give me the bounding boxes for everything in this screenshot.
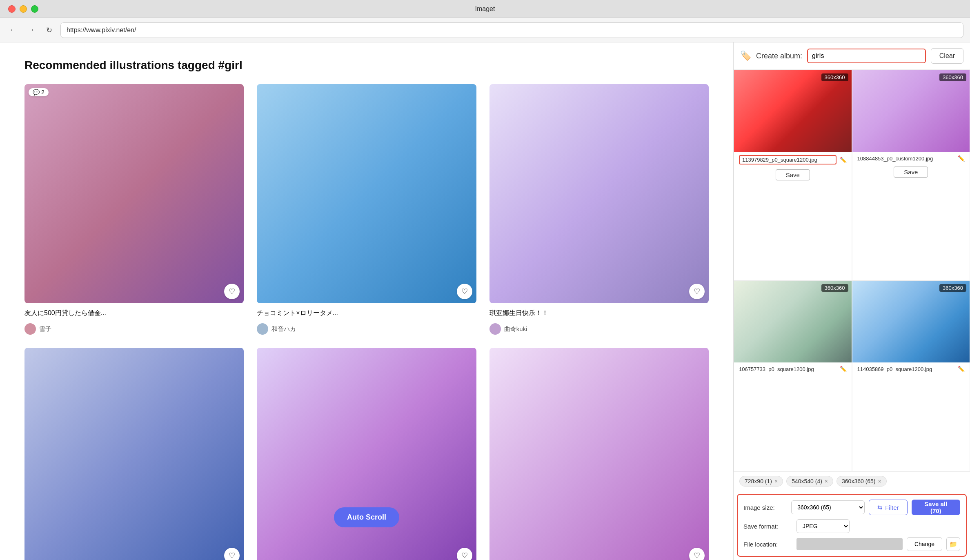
filename: 108844853_p0_custom1200.jpg [857, 156, 955, 162]
filter-tag-540: 540x540 (4) × [786, 476, 833, 487]
forward-button[interactable]: → [24, 24, 38, 37]
window-title: Imaget [475, 5, 495, 13]
gallery-thumb[interactable]: 💬 2 ♡ [24, 84, 244, 303]
image-size-select[interactable]: 360x360 (65) 728x90 (1) 540x540 (4) [791, 500, 865, 514]
image-info: 108844853_p0_custom1200.jpg ✏️ [852, 152, 970, 165]
size-badge: 360x360 [939, 284, 966, 292]
edit-icon[interactable]: ✏️ [958, 155, 965, 162]
save-button[interactable]: Save [894, 167, 928, 178]
gallery-thumb[interactable]: ♡ [24, 348, 244, 560]
save-format-row: Save format: JPEG PNG WEBP [743, 519, 960, 533]
filter-tag-728: 728x90 (1) × [739, 476, 783, 487]
file-location-row: File location: Change 📁 [743, 537, 960, 551]
filter-tag-label: 540x540 (4) [792, 478, 822, 484]
tag-icon: 🏷️ [740, 51, 751, 61]
image-card: 360x360 113979829_p0_square1200.jpg ✏️ S… [734, 70, 852, 280]
filter-tag-remove[interactable]: × [825, 478, 828, 484]
gallery-thumb[interactable]: ♡ [489, 84, 709, 303]
heart-button[interactable]: ♡ [457, 284, 472, 299]
filter-button-label: Filter [885, 504, 899, 511]
location-bar [796, 538, 903, 550]
change-button[interactable]: Change [907, 537, 942, 551]
item-author: 曲奇kuki [489, 323, 709, 335]
traffic-lights [8, 5, 38, 13]
size-badge: 360x360 [821, 73, 848, 81]
gallery-item: ♡ . GIN [257, 348, 476, 560]
heart-button[interactable]: ♡ [224, 548, 240, 560]
heart-button[interactable]: ♡ [689, 548, 705, 560]
panel-header: 🏷️ Create album: Clear [734, 42, 970, 70]
gallery-item: ♡ 琪亚娜生日快乐！！ 曲奇kuki [489, 84, 709, 335]
filter-button[interactable]: ⇆ Filter [869, 500, 907, 515]
save-all-button[interactable]: Save all (70) [912, 500, 960, 515]
save-format-select[interactable]: JPEG PNG WEBP [796, 519, 850, 533]
back-button[interactable]: ← [7, 24, 20, 37]
image-thumbnail[interactable]: 360x360 [852, 281, 970, 362]
edit-icon[interactable]: ✏️ [840, 157, 847, 163]
maximize-traffic-light[interactable] [31, 5, 38, 13]
minimize-traffic-light[interactable] [20, 5, 27, 13]
image-thumbnail[interactable]: 360x360 [852, 70, 970, 152]
comment-icon: 💬 [33, 89, 40, 96]
album-name-input[interactable] [807, 49, 926, 63]
folder-icon: 📁 [949, 540, 957, 548]
image-info: 113979829_p0_square1200.jpg ✏️ [734, 152, 852, 168]
comment-badge: 💬 2 [29, 88, 49, 96]
filter-tag-remove[interactable]: × [774, 478, 778, 484]
filter-tag-remove[interactable]: × [878, 478, 881, 484]
gallery-item: 💬 2 ♡ 友人に500円貸したら借金... 雪子 [24, 84, 244, 335]
filename: 113979829_p0_square1200.jpg [739, 155, 837, 164]
heart-button[interactable]: ♡ [224, 284, 240, 299]
image-info: 114035869_p0_square1200.jpg ✏️ [852, 362, 970, 376]
image-card: 360x360 106757733_p0_square1200.jpg ✏️ [734, 280, 852, 471]
image-info: 106757733_p0_square1200.jpg ✏️ [734, 362, 852, 376]
page-title: Recommended illustrations tagged #girl [24, 59, 709, 72]
main-content: Recommended illustrations tagged #girl 💬… [0, 42, 733, 560]
image-card: 360x360 114035869_p0_square1200.jpg ✏️ [852, 280, 970, 471]
image-thumbnail[interactable]: 360x360 [734, 70, 852, 152]
item-author: 雪子 [24, 323, 244, 335]
image-grid: 360x360 113979829_p0_square1200.jpg ✏️ S… [734, 70, 970, 471]
filter-tag-label: 360x360 (65) [842, 478, 876, 484]
edit-icon[interactable]: ✏️ [840, 366, 847, 372]
author-avatar [257, 323, 268, 335]
image-gallery: 💬 2 ♡ 友人に500円貸したら借金... 雪子 ♡ チョコミント×ロリータメ… [24, 84, 709, 560]
author-avatar [489, 323, 501, 335]
image-card: 360x360 108844853_p0_custom1200.jpg ✏️ S… [852, 70, 970, 280]
open-folder-button[interactable]: 📁 [946, 537, 960, 551]
bottom-controls: Image size: 360x360 (65) 728x90 (1) 540x… [737, 494, 967, 557]
item-title: チョコミント×ロリータメ... [257, 309, 476, 318]
address-bar[interactable] [60, 22, 963, 38]
heart-button[interactable]: ♡ [457, 548, 472, 560]
gallery-thumb[interactable]: ♡ [489, 348, 709, 560]
item-title: 友人に500円貸したら借金... [24, 309, 244, 318]
title-bar: Imaget [0, 0, 970, 18]
size-badge: 360x360 [821, 284, 848, 292]
gallery-item: ♡ ✦ゴス×ろり✦ ふぃゆ@お仕事募集中 [24, 348, 244, 560]
save-button[interactable]: Save [776, 169, 810, 180]
size-badge: 360x360 [939, 73, 966, 81]
save-format-label: Save format: [743, 523, 792, 530]
comment-count: 2 [41, 89, 44, 96]
filter-tag-360: 360x360 (65) × [837, 476, 887, 487]
item-author: 和音ハカ [257, 323, 476, 335]
filter-icon: ⇆ [877, 504, 883, 511]
author-name: 和音ハカ [271, 325, 296, 333]
right-panel: 🏷️ Create album: Clear 360x360 113979829… [733, 42, 970, 560]
reload-button[interactable]: ↻ [42, 24, 56, 37]
image-size-row: Image size: 360x360 (65) 728x90 (1) 540x… [743, 500, 960, 515]
close-traffic-light[interactable] [8, 5, 16, 13]
auto-scroll-button[interactable]: Auto Scroll [334, 507, 399, 527]
heart-button[interactable]: ♡ [689, 284, 705, 299]
edit-icon[interactable]: ✏️ [958, 366, 965, 372]
item-title: 琪亚娜生日快乐！！ [489, 309, 709, 318]
clear-button[interactable]: Clear [931, 48, 963, 64]
image-thumbnail[interactable]: 360x360 [734, 281, 852, 362]
gallery-item: ♡ 20231207 中华漫 [489, 348, 709, 560]
author-avatar [24, 323, 36, 335]
gallery-thumb[interactable]: ♡ [257, 348, 476, 560]
author-name: 曲奇kuki [504, 325, 527, 333]
filter-bar: 728x90 (1) × 540x540 (4) × 360x360 (65) … [734, 471, 970, 491]
gallery-thumb[interactable]: ♡ [257, 84, 476, 303]
filename: 114035869_p0_square1200.jpg [857, 366, 955, 372]
